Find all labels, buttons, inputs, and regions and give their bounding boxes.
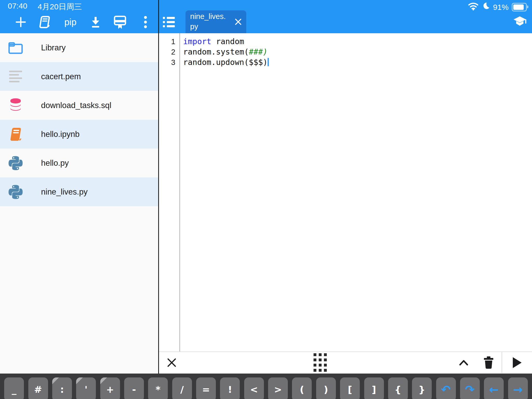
line-number: 1 <box>159 36 179 47</box>
line-number: 3 <box>159 57 179 68</box>
tab-close-icon[interactable] <box>234 18 242 26</box>
graduation-cap-icon[interactable] <box>512 15 527 30</box>
line-number: 2 <box>159 47 179 57</box>
key-brace-close[interactable]: } <box>412 377 432 399</box>
status-date: 4月20日周三 <box>38 2 82 12</box>
key-arrow-right-icon[interactable]: → <box>508 377 528 399</box>
notebook-icon <box>8 127 23 142</box>
key-undo-icon[interactable]: ↶ <box>436 377 456 399</box>
key-arrow-left-icon[interactable]: ← <box>484 377 504 399</box>
key-greater-than[interactable]: > <box>268 377 288 399</box>
code-line: random.system(###) <box>183 47 532 57</box>
chevron-up-icon[interactable] <box>455 352 473 373</box>
file-name: hello.py <box>41 158 69 168</box>
bottom-bar-divider <box>502 352 502 373</box>
tab-title: nine_lives. py <box>190 11 226 32</box>
key-quote[interactable]: ' <box>76 377 96 399</box>
key-underscore[interactable]: _ <box>4 377 24 399</box>
sidebar-item-cacert-pem[interactable]: cacert.pem <box>0 62 158 91</box>
status-bar-right: 91% <box>468 2 527 12</box>
key-minus[interactable]: - <box>124 377 144 399</box>
key-plus[interactable]: + <box>100 377 120 399</box>
battery-percent: 91% <box>493 3 509 12</box>
key-redo-icon[interactable]: ↷ <box>460 377 480 399</box>
key-equals[interactable]: = <box>196 377 216 399</box>
file-name: nine_lives.py <box>41 187 88 197</box>
status-bar-left: 07:40 4月20日周三 <box>8 2 82 12</box>
tab-nine-lives-py[interactable]: nine_lives. py <box>185 10 246 33</box>
close-icon[interactable] <box>163 352 181 373</box>
python-icon <box>8 184 23 200</box>
key-asterisk[interactable]: * <box>148 377 168 399</box>
python-icon <box>8 155 23 171</box>
file-name: cacert.pem <box>41 72 81 81</box>
sidebar-item-hello-py[interactable]: hello.py <box>0 149 158 177</box>
code-area[interactable]: import randomrandom.system(###)random.up… <box>180 33 532 351</box>
grid-icon[interactable] <box>311 352 329 373</box>
display-icon[interactable] <box>112 15 128 30</box>
key-paren-close[interactable]: ) <box>316 377 336 399</box>
moon-icon <box>482 2 490 12</box>
file-name: download_tasks.sql <box>41 101 111 110</box>
key-exclamation[interactable]: ! <box>220 377 240 399</box>
pip-button[interactable]: pip <box>60 15 81 30</box>
sidebar-item-download-tasks-sql[interactable]: download_tasks.sql <box>0 91 158 120</box>
add-button[interactable] <box>13 15 28 30</box>
line-number-gutter: 123 <box>159 33 180 351</box>
header-bar: 07:40 4月20日周三 91% <box>0 0 532 33</box>
key-slash[interactable]: / <box>172 377 192 399</box>
code-line: random.updown($$$) <box>183 57 532 68</box>
book-icon[interactable] <box>37 15 52 30</box>
key-bracket-open[interactable]: [ <box>340 377 360 399</box>
sidebar-item-hello-ipynb[interactable]: hello.ipynb <box>0 120 158 149</box>
file-sidebar: Library cacert.pem download_tasks.sql <box>0 33 158 374</box>
sidebar-item-nine-lives-py[interactable]: nine_lives.py <box>0 177 158 206</box>
key-hash[interactable]: # <box>28 377 48 399</box>
play-icon[interactable] <box>508 352 526 373</box>
file-name: hello.ipynb <box>41 130 79 139</box>
app-screen: 07:40 4月20日周三 91% <box>0 0 532 399</box>
kebab-menu-icon[interactable] <box>138 15 153 30</box>
text-file-icon <box>8 69 23 84</box>
keyboard-accessory-row: _#:'+-*/=!<>()[]{}↶↷←→ <box>0 374 532 399</box>
trash-icon[interactable] <box>480 352 498 373</box>
code-editor[interactable]: 123 import randomrandom.system(###)rando… <box>159 33 532 351</box>
editor-bottom-bar <box>159 351 532 374</box>
list-icon[interactable] <box>161 15 176 30</box>
key-paren-open[interactable]: ( <box>292 377 312 399</box>
text-cursor <box>268 58 269 66</box>
folder-icon <box>8 40 23 56</box>
key-less-than[interactable]: < <box>244 377 264 399</box>
battery-icon <box>512 3 527 11</box>
sidebar-item-library[interactable]: Library <box>0 33 158 62</box>
database-icon <box>8 98 23 113</box>
code-line: import random <box>183 36 532 47</box>
key-brace-open[interactable]: { <box>388 377 408 399</box>
file-name: Library <box>41 43 66 52</box>
status-time: 07:40 <box>8 2 27 12</box>
key-bracket-close[interactable]: ] <box>364 377 384 399</box>
key-colon[interactable]: : <box>52 377 72 399</box>
download-icon[interactable] <box>88 15 103 30</box>
wifi-icon <box>468 2 478 12</box>
